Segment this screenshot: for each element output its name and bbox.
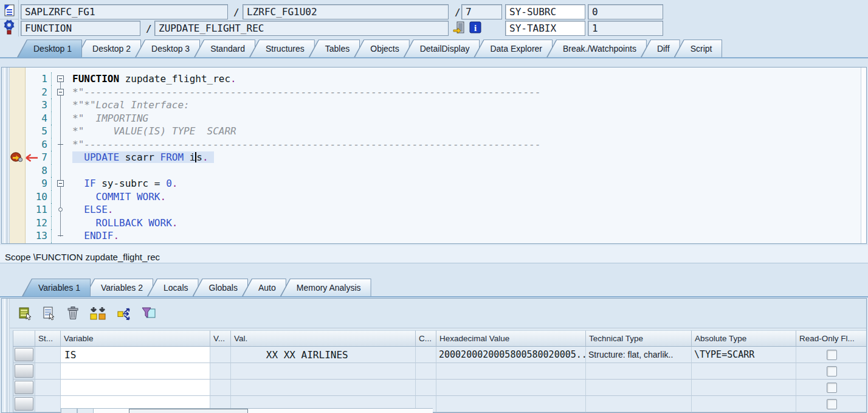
cell-ro[interactable] xyxy=(796,347,867,363)
row-selector-cell[interactable] xyxy=(13,380,35,396)
fold-marker[interactable] xyxy=(52,138,69,151)
cell-c[interactable] xyxy=(416,347,436,363)
tab-locals[interactable]: Locals xyxy=(147,279,198,296)
code-line[interactable]: 9 IF sy-subrc = 0. xyxy=(2,177,860,190)
column-header-v[interactable]: V... xyxy=(210,330,231,347)
cell-val[interactable] xyxy=(231,363,416,380)
fold-marker[interactable] xyxy=(52,86,69,99)
scroll-left-button[interactable] xyxy=(61,408,77,413)
cell-hex[interactable] xyxy=(436,380,586,396)
tab-memory-analysis[interactable]: Memory Analysis xyxy=(280,279,371,296)
cell-st[interactable] xyxy=(35,347,61,363)
delete-icon[interactable] xyxy=(65,305,81,321)
scroll-right-button[interactable] xyxy=(77,408,94,413)
cell-tech[interactable] xyxy=(586,380,692,396)
cell-abs[interactable]: \TYPE=SCARR xyxy=(692,347,796,363)
cell-ro[interactable] xyxy=(796,396,867,412)
program-field[interactable]: SAPLZRFC_FG1 xyxy=(21,4,228,19)
tab-desktop-2[interactable]: Desktop 2 xyxy=(76,40,141,57)
column-header-val[interactable]: Val. xyxy=(231,330,416,347)
tab-break-watchpoints[interactable]: Break./Watchpoints xyxy=(546,40,647,57)
cell-v[interactable] xyxy=(210,347,231,363)
code-line[interactable]: 4*" IMPORTING xyxy=(2,112,860,125)
tab-globals[interactable]: Globals xyxy=(193,279,248,296)
display-table-icon[interactable] xyxy=(18,305,33,321)
code-line[interactable]: 5*" VALUE(IS) TYPE SCARR xyxy=(2,125,860,138)
readonly-checkbox[interactable] xyxy=(827,366,837,377)
tab-desktop-1[interactable]: Desktop 1 xyxy=(17,40,82,57)
column-header-c[interactable]: C... xyxy=(416,330,436,347)
cell-tech[interactable]: Structure: flat, charlik.. xyxy=(586,347,692,363)
cell-v[interactable] xyxy=(210,380,231,396)
collapse-box-icon[interactable] xyxy=(57,180,64,187)
cell-val[interactable] xyxy=(231,380,416,396)
tab-structures[interactable]: Structures xyxy=(249,40,315,57)
include-field[interactable]: LZRFC_FG1U02 xyxy=(243,4,449,19)
breakpoint-icon[interactable] xyxy=(10,152,24,165)
fold-marker[interactable] xyxy=(52,72,69,86)
cell-val[interactable]: XX XX AIRLINES xyxy=(231,347,416,363)
tab-data-explorer[interactable]: Data Explorer xyxy=(474,40,553,57)
cell-hex[interactable]: 2000200020005800580020005.. xyxy=(436,347,586,363)
fold-marker[interactable] xyxy=(52,177,69,190)
column-header-hex[interactable]: Hexadecimal Value xyxy=(436,330,586,347)
row-selector-cell[interactable] xyxy=(13,347,35,363)
row-selector-cell[interactable] xyxy=(13,363,35,380)
column-header-sel[interactable] xyxy=(13,330,35,347)
tab-variables-1[interactable]: Variables 1 xyxy=(22,279,91,296)
readonly-checkbox[interactable] xyxy=(827,383,837,393)
splitter-handle[interactable] xyxy=(2,299,10,412)
cell-abs[interactable] xyxy=(692,396,796,412)
event-name-field[interactable]: ZUPDATE_FLIGHT_REC xyxy=(154,21,449,36)
readonly-checkbox[interactable] xyxy=(827,350,837,360)
info-icon[interactable]: i xyxy=(469,21,481,36)
readonly-checkbox[interactable] xyxy=(827,399,837,409)
column-header-tech[interactable]: Technical Type xyxy=(586,330,692,347)
cell-ro[interactable] xyxy=(796,380,867,396)
collapse-box-icon[interactable] xyxy=(57,75,64,82)
row-selector-cell[interactable] xyxy=(13,396,35,412)
cell-v[interactable] xyxy=(210,363,231,380)
horizontal-scrollbar[interactable] xyxy=(61,408,433,413)
tab-script[interactable]: Script xyxy=(674,40,723,57)
edit-list-icon[interactable] xyxy=(41,305,57,321)
cell-variable[interactable]: IS xyxy=(61,347,210,363)
code-line[interactable]: 1FUNCTION zupdate_flight_rec. xyxy=(2,72,860,86)
line-number-field[interactable]: 7 xyxy=(461,4,502,19)
paste-values-icon[interactable] xyxy=(89,305,109,321)
collapse-box-icon[interactable] xyxy=(57,89,64,95)
fold-marker[interactable] xyxy=(52,203,69,217)
sy-tabix-field[interactable]: SY-TABIX xyxy=(505,21,585,36)
tab-standard[interactable]: Standard xyxy=(194,40,255,57)
tab-detaildisplay[interactable]: DetailDisplay xyxy=(404,40,480,57)
row-selector-button[interactable] xyxy=(15,381,33,394)
code-line[interactable]: 3*"*"Local Interface: xyxy=(2,99,860,112)
row-selector-button[interactable] xyxy=(15,348,33,361)
cell-variable-empty[interactable] xyxy=(61,380,210,396)
cell-c[interactable] xyxy=(416,380,436,396)
code-line[interactable]: 11 ELSE. xyxy=(2,203,860,217)
cell-tech[interactable] xyxy=(586,396,692,412)
filter-icon[interactable] xyxy=(141,305,157,321)
cell-abs[interactable] xyxy=(692,380,796,396)
column-header-st[interactable]: St... xyxy=(35,330,61,347)
column-header-variable[interactable]: Variable xyxy=(61,330,210,347)
cell-st[interactable] xyxy=(35,380,61,396)
code-line[interactable]: 6*"-------------------------------------… xyxy=(2,138,860,151)
tab-variables-2[interactable]: Variables 2 xyxy=(84,279,153,296)
column-header-ro[interactable]: Read-Only Fl... xyxy=(796,330,867,347)
fold-marker[interactable] xyxy=(52,229,69,243)
scrollbar-track[interactable] xyxy=(94,408,433,413)
cell-abs[interactable] xyxy=(692,363,796,380)
code-line[interactable]: 14 xyxy=(2,243,860,245)
cell-st[interactable] xyxy=(35,363,61,380)
code-line[interactable]: 7 UPDATE scarr FROM is. xyxy=(2,151,860,164)
row-selector-button[interactable] xyxy=(15,397,33,411)
cell-hex[interactable] xyxy=(436,396,586,412)
cell-c[interactable] xyxy=(416,363,436,380)
cell-hex[interactable] xyxy=(436,363,586,380)
tab-objects[interactable]: Objects xyxy=(354,40,409,57)
code-line[interactable]: 2*"-------------------------------------… xyxy=(2,86,860,99)
tab-tables[interactable]: Tables xyxy=(309,40,360,57)
code-scrollbar[interactable] xyxy=(861,68,866,243)
